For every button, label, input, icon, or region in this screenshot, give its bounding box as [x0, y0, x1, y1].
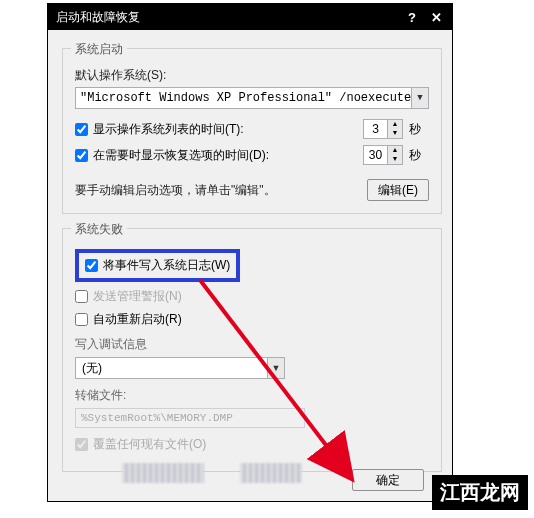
seconds-unit: 秒	[409, 147, 421, 164]
dump-file-header: 转储文件:	[75, 387, 429, 404]
send-alert-label: 发送管理警报(N)	[93, 288, 182, 305]
dialog-content: 系统启动 默认操作系统(S): "Microsoft Windows XP Pr…	[48, 30, 452, 482]
dump-file-field: %SystemRoot%\MEMORY.DMP	[75, 408, 305, 428]
system-startup-group: 系统启动 默认操作系统(S): "Microsoft Windows XP Pr…	[62, 48, 442, 214]
spinner-down-icon[interactable]: ▼	[388, 155, 402, 164]
spinner-up-icon[interactable]: ▲	[388, 146, 402, 155]
write-log-highlight: 将事件写入系统日志(W)	[75, 249, 240, 282]
dump-file-value: %SystemRoot%\MEMORY.DMP	[81, 412, 233, 424]
os-list-seconds-spinner[interactable]: 3 ▲▼	[363, 119, 403, 139]
spinner-up-icon[interactable]: ▲	[388, 120, 402, 129]
debug-info-header: 写入调试信息	[75, 336, 429, 353]
default-os-select[interactable]: "Microsoft Windows XP Professional" /noe…	[75, 87, 429, 109]
ok-button[interactable]: 确定	[352, 469, 424, 491]
edit-prompt: 要手动编辑启动选项，请单击"编辑"。	[75, 182, 367, 199]
seconds-unit: 秒	[409, 121, 421, 138]
dialog-button-row: 确定	[352, 469, 424, 491]
debug-info-value: (无)	[82, 360, 102, 377]
spinner-down-icon[interactable]: ▼	[388, 129, 402, 138]
default-os-label: 默认操作系统(S):	[75, 67, 166, 84]
show-recovery-label: 在需要时显示恢复选项的时间(D):	[93, 147, 269, 164]
os-list-seconds-value: 3	[364, 122, 387, 136]
overwrite-label: 覆盖任何现有文件(O)	[93, 436, 206, 453]
overwrite-checkbox	[75, 438, 88, 451]
blurred-region	[240, 463, 302, 483]
system-failure-group: 系统失败 将事件写入系统日志(W) 发送管理警报(N) 自动重新启动(R) 写入…	[62, 228, 442, 472]
show-os-list-label: 显示操作系统列表的时间(T):	[93, 121, 244, 138]
show-recovery-checkbox[interactable]	[75, 149, 88, 162]
auto-restart-label: 自动重新启动(R)	[93, 311, 182, 328]
chevron-down-icon[interactable]: ▼	[267, 358, 284, 378]
blurred-region	[122, 463, 204, 483]
default-os-value: "Microsoft Windows XP Professional" /noe…	[80, 91, 424, 105]
edit-button[interactable]: 编辑(E)	[367, 179, 429, 201]
startup-legend: 系统启动	[71, 41, 127, 58]
write-log-checkbox[interactable]	[85, 259, 98, 272]
show-os-list-checkbox[interactable]	[75, 123, 88, 136]
failure-legend: 系统失败	[71, 221, 127, 238]
recovery-seconds-value: 30	[364, 148, 387, 162]
close-icon[interactable]: ✕	[424, 8, 448, 26]
debug-info-select[interactable]: (无) ▼	[75, 357, 285, 379]
write-log-label: 将事件写入系统日志(W)	[103, 257, 230, 274]
recovery-seconds-spinner[interactable]: 30 ▲▼	[363, 145, 403, 165]
help-icon[interactable]: ?	[400, 8, 424, 26]
send-alert-checkbox[interactable]	[75, 290, 88, 303]
startup-recovery-dialog: 启动和故障恢复 ? ✕ 系统启动 默认操作系统(S): "Microsoft W…	[47, 3, 453, 502]
chevron-down-icon[interactable]: ▼	[411, 88, 428, 108]
window-title: 启动和故障恢复	[56, 9, 400, 26]
titlebar[interactable]: 启动和故障恢复 ? ✕	[48, 4, 452, 30]
auto-restart-checkbox[interactable]	[75, 313, 88, 326]
watermark: 江西龙网	[432, 475, 528, 510]
